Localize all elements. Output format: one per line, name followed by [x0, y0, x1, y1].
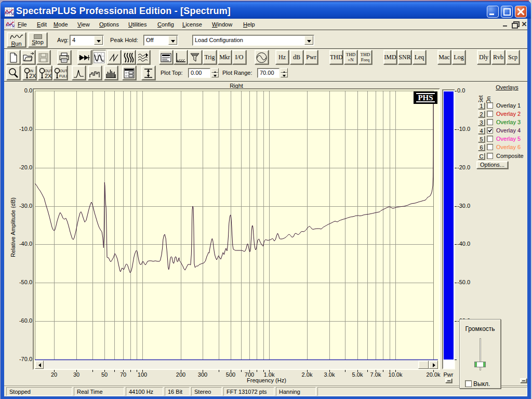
svg-text:2X: 2X: [45, 73, 51, 79]
svg-text:2X: 2X: [29, 73, 36, 79]
svg-text:OUT: OUT: [60, 69, 67, 73]
svg-text:OUT: OUT: [45, 69, 51, 73]
svg-text:IN: IN: [30, 69, 33, 73]
svg-text:FULL: FULL: [59, 74, 67, 78]
